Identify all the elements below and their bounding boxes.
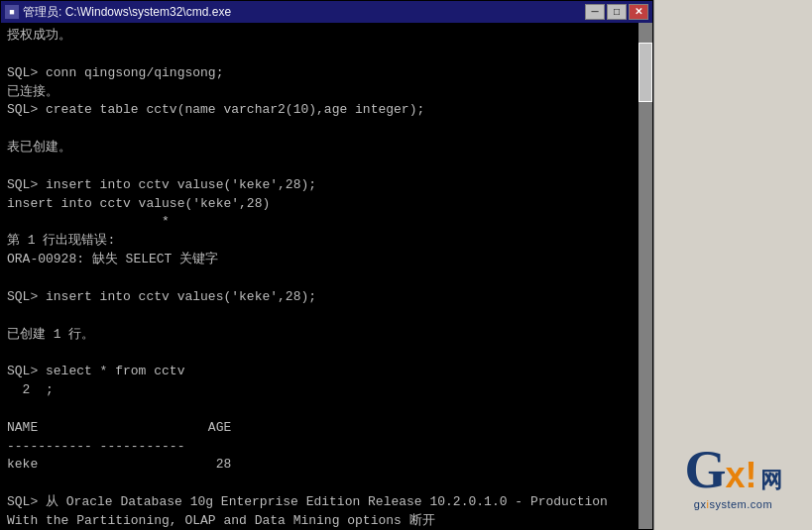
close-button[interactable]: ✕ [629,4,648,20]
window-icon: ■ [5,5,19,19]
logo-xi: x! [726,458,757,493]
scrollbar-thumb[interactable] [638,43,652,102]
logo-g: G [684,443,724,496]
title-bar-left: ■ 管理员: C:\Windows\system32\cmd.exe [5,4,231,21]
branding-panel: G x! 网 gxisystem.com [653,0,812,530]
title-bar: ■ 管理员: C:\Windows\system32\cmd.exe ─ □ ✕ [1,1,652,23]
scrollbar-track[interactable] [638,23,652,529]
terminal-body[interactable]: 授权成功。 SQL> conn qingsong/qingsong; 已连接。 … [1,23,652,529]
title-bar-buttons: ─ □ ✕ [585,4,648,20]
window-title: 管理员: C:\Windows\system32\cmd.exe [23,4,231,21]
maximize-button[interactable]: □ [607,4,627,20]
logo-net: 网 [760,470,782,491]
brand-logo: G x! 网 gxisystem.com [684,443,781,510]
terminal-output: 授权成功。 SQL> conn qingsong/qingsong; 已连接。 … [7,27,646,529]
cmd-window: ■ 管理员: C:\Windows\system32\cmd.exe ─ □ ✕… [0,0,653,530]
brand-url: gxisystem.com [694,498,772,510]
brand-url-suffix: system.com [709,498,772,510]
brand-url-prefix: gx [694,498,707,510]
minimize-button[interactable]: ─ [585,4,605,20]
